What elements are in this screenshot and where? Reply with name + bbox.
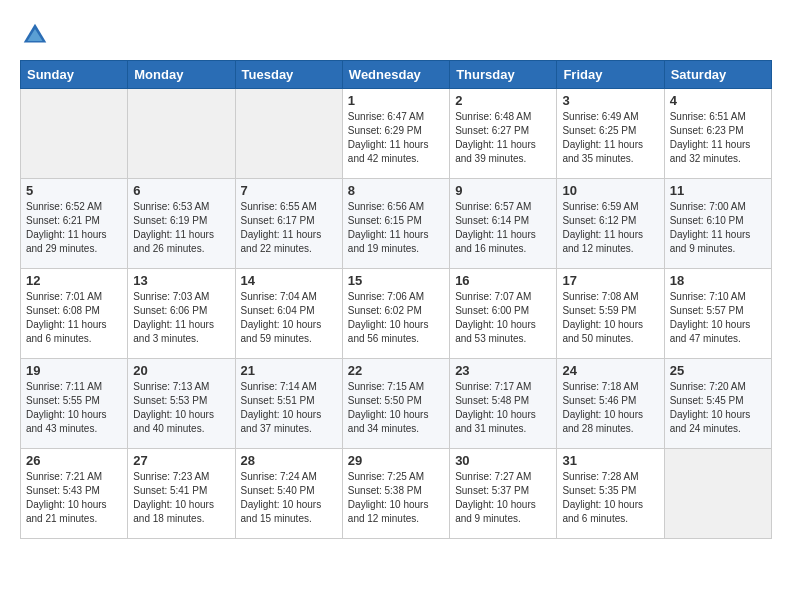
day-info: Sunrise: 7:03 AM Sunset: 6:06 PM Dayligh… xyxy=(133,290,229,346)
day-info: Sunrise: 7:14 AM Sunset: 5:51 PM Dayligh… xyxy=(241,380,337,436)
day-cell: 12Sunrise: 7:01 AM Sunset: 6:08 PM Dayli… xyxy=(21,269,128,359)
day-number: 15 xyxy=(348,273,444,288)
day-info: Sunrise: 7:13 AM Sunset: 5:53 PM Dayligh… xyxy=(133,380,229,436)
day-info: Sunrise: 7:08 AM Sunset: 5:59 PM Dayligh… xyxy=(562,290,658,346)
header-cell-friday: Friday xyxy=(557,61,664,89)
week-row-0: 1Sunrise: 6:47 AM Sunset: 6:29 PM Daylig… xyxy=(21,89,772,179)
day-info: Sunrise: 6:57 AM Sunset: 6:14 PM Dayligh… xyxy=(455,200,551,256)
day-cell: 7Sunrise: 6:55 AM Sunset: 6:17 PM Daylig… xyxy=(235,179,342,269)
day-cell: 16Sunrise: 7:07 AM Sunset: 6:00 PM Dayli… xyxy=(450,269,557,359)
day-number: 6 xyxy=(133,183,229,198)
day-number: 8 xyxy=(348,183,444,198)
day-info: Sunrise: 6:55 AM Sunset: 6:17 PM Dayligh… xyxy=(241,200,337,256)
day-cell: 25Sunrise: 7:20 AM Sunset: 5:45 PM Dayli… xyxy=(664,359,771,449)
day-cell: 5Sunrise: 6:52 AM Sunset: 6:21 PM Daylig… xyxy=(21,179,128,269)
day-number: 10 xyxy=(562,183,658,198)
day-info: Sunrise: 6:52 AM Sunset: 6:21 PM Dayligh… xyxy=(26,200,122,256)
page-header xyxy=(20,20,772,50)
day-number: 12 xyxy=(26,273,122,288)
day-number: 25 xyxy=(670,363,766,378)
day-number: 5 xyxy=(26,183,122,198)
day-cell: 9Sunrise: 6:57 AM Sunset: 6:14 PM Daylig… xyxy=(450,179,557,269)
day-info: Sunrise: 7:01 AM Sunset: 6:08 PM Dayligh… xyxy=(26,290,122,346)
day-number: 3 xyxy=(562,93,658,108)
day-info: Sunrise: 7:06 AM Sunset: 6:02 PM Dayligh… xyxy=(348,290,444,346)
day-number: 21 xyxy=(241,363,337,378)
day-cell xyxy=(235,89,342,179)
week-row-4: 26Sunrise: 7:21 AM Sunset: 5:43 PM Dayli… xyxy=(21,449,772,539)
day-cell: 17Sunrise: 7:08 AM Sunset: 5:59 PM Dayli… xyxy=(557,269,664,359)
header-cell-monday: Monday xyxy=(128,61,235,89)
calendar-table: SundayMondayTuesdayWednesdayThursdayFrid… xyxy=(20,60,772,539)
day-info: Sunrise: 7:21 AM Sunset: 5:43 PM Dayligh… xyxy=(26,470,122,526)
day-number: 13 xyxy=(133,273,229,288)
day-cell: 30Sunrise: 7:27 AM Sunset: 5:37 PM Dayli… xyxy=(450,449,557,539)
day-info: Sunrise: 6:53 AM Sunset: 6:19 PM Dayligh… xyxy=(133,200,229,256)
day-info: Sunrise: 7:11 AM Sunset: 5:55 PM Dayligh… xyxy=(26,380,122,436)
day-number: 7 xyxy=(241,183,337,198)
day-number: 4 xyxy=(670,93,766,108)
day-number: 9 xyxy=(455,183,551,198)
day-cell: 20Sunrise: 7:13 AM Sunset: 5:53 PM Dayli… xyxy=(128,359,235,449)
day-number: 30 xyxy=(455,453,551,468)
header-cell-tuesday: Tuesday xyxy=(235,61,342,89)
day-number: 1 xyxy=(348,93,444,108)
header-row: SundayMondayTuesdayWednesdayThursdayFrid… xyxy=(21,61,772,89)
day-info: Sunrise: 6:59 AM Sunset: 6:12 PM Dayligh… xyxy=(562,200,658,256)
day-number: 22 xyxy=(348,363,444,378)
day-number: 18 xyxy=(670,273,766,288)
day-info: Sunrise: 7:15 AM Sunset: 5:50 PM Dayligh… xyxy=(348,380,444,436)
day-cell: 31Sunrise: 7:28 AM Sunset: 5:35 PM Dayli… xyxy=(557,449,664,539)
header-cell-saturday: Saturday xyxy=(664,61,771,89)
header-cell-thursday: Thursday xyxy=(450,61,557,89)
day-cell: 26Sunrise: 7:21 AM Sunset: 5:43 PM Dayli… xyxy=(21,449,128,539)
day-cell: 21Sunrise: 7:14 AM Sunset: 5:51 PM Dayli… xyxy=(235,359,342,449)
day-cell xyxy=(21,89,128,179)
day-cell: 11Sunrise: 7:00 AM Sunset: 6:10 PM Dayli… xyxy=(664,179,771,269)
day-number: 14 xyxy=(241,273,337,288)
day-number: 16 xyxy=(455,273,551,288)
day-cell: 29Sunrise: 7:25 AM Sunset: 5:38 PM Dayli… xyxy=(342,449,449,539)
day-number: 26 xyxy=(26,453,122,468)
day-cell: 27Sunrise: 7:23 AM Sunset: 5:41 PM Dayli… xyxy=(128,449,235,539)
day-info: Sunrise: 6:48 AM Sunset: 6:27 PM Dayligh… xyxy=(455,110,551,166)
day-info: Sunrise: 6:56 AM Sunset: 6:15 PM Dayligh… xyxy=(348,200,444,256)
day-info: Sunrise: 6:51 AM Sunset: 6:23 PM Dayligh… xyxy=(670,110,766,166)
week-row-3: 19Sunrise: 7:11 AM Sunset: 5:55 PM Dayli… xyxy=(21,359,772,449)
day-info: Sunrise: 7:25 AM Sunset: 5:38 PM Dayligh… xyxy=(348,470,444,526)
day-cell: 3Sunrise: 6:49 AM Sunset: 6:25 PM Daylig… xyxy=(557,89,664,179)
day-number: 28 xyxy=(241,453,337,468)
day-number: 24 xyxy=(562,363,658,378)
day-cell: 10Sunrise: 6:59 AM Sunset: 6:12 PM Dayli… xyxy=(557,179,664,269)
day-number: 17 xyxy=(562,273,658,288)
day-info: Sunrise: 6:47 AM Sunset: 6:29 PM Dayligh… xyxy=(348,110,444,166)
day-info: Sunrise: 7:07 AM Sunset: 6:00 PM Dayligh… xyxy=(455,290,551,346)
day-cell: 8Sunrise: 6:56 AM Sunset: 6:15 PM Daylig… xyxy=(342,179,449,269)
day-cell: 1Sunrise: 6:47 AM Sunset: 6:29 PM Daylig… xyxy=(342,89,449,179)
day-cell: 13Sunrise: 7:03 AM Sunset: 6:06 PM Dayli… xyxy=(128,269,235,359)
day-cell: 14Sunrise: 7:04 AM Sunset: 6:04 PM Dayli… xyxy=(235,269,342,359)
day-info: Sunrise: 7:18 AM Sunset: 5:46 PM Dayligh… xyxy=(562,380,658,436)
week-row-2: 12Sunrise: 7:01 AM Sunset: 6:08 PM Dayli… xyxy=(21,269,772,359)
day-info: Sunrise: 7:27 AM Sunset: 5:37 PM Dayligh… xyxy=(455,470,551,526)
day-cell: 23Sunrise: 7:17 AM Sunset: 5:48 PM Dayli… xyxy=(450,359,557,449)
day-number: 2 xyxy=(455,93,551,108)
week-row-1: 5Sunrise: 6:52 AM Sunset: 6:21 PM Daylig… xyxy=(21,179,772,269)
logo xyxy=(20,20,54,50)
day-info: Sunrise: 6:49 AM Sunset: 6:25 PM Dayligh… xyxy=(562,110,658,166)
day-info: Sunrise: 7:20 AM Sunset: 5:45 PM Dayligh… xyxy=(670,380,766,436)
header-cell-sunday: Sunday xyxy=(21,61,128,89)
day-info: Sunrise: 7:00 AM Sunset: 6:10 PM Dayligh… xyxy=(670,200,766,256)
day-number: 29 xyxy=(348,453,444,468)
day-info: Sunrise: 7:04 AM Sunset: 6:04 PM Dayligh… xyxy=(241,290,337,346)
day-cell: 2Sunrise: 6:48 AM Sunset: 6:27 PM Daylig… xyxy=(450,89,557,179)
day-cell: 19Sunrise: 7:11 AM Sunset: 5:55 PM Dayli… xyxy=(21,359,128,449)
day-cell: 6Sunrise: 6:53 AM Sunset: 6:19 PM Daylig… xyxy=(128,179,235,269)
day-cell: 24Sunrise: 7:18 AM Sunset: 5:46 PM Dayli… xyxy=(557,359,664,449)
day-number: 11 xyxy=(670,183,766,198)
day-number: 31 xyxy=(562,453,658,468)
day-info: Sunrise: 7:24 AM Sunset: 5:40 PM Dayligh… xyxy=(241,470,337,526)
logo-icon xyxy=(20,20,50,50)
day-info: Sunrise: 7:28 AM Sunset: 5:35 PM Dayligh… xyxy=(562,470,658,526)
day-info: Sunrise: 7:23 AM Sunset: 5:41 PM Dayligh… xyxy=(133,470,229,526)
